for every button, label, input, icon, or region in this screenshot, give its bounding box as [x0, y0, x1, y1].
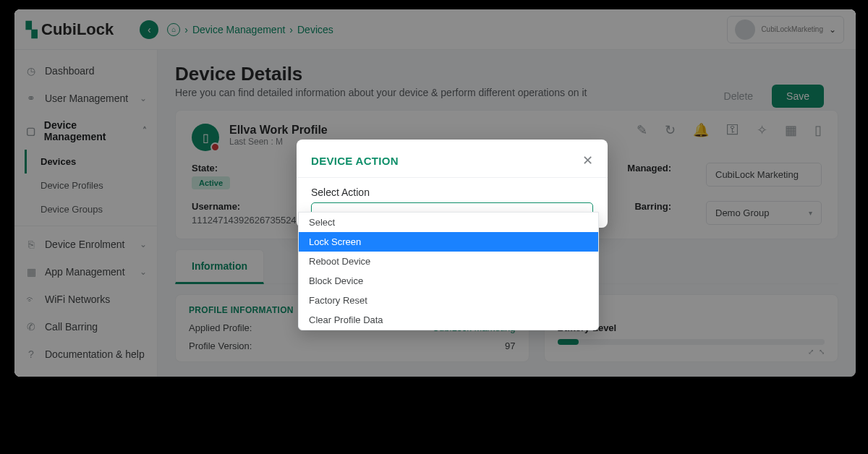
select-action-label: Select Action — [311, 187, 593, 198]
dropdown-option[interactable]: Reboot Device — [299, 252, 598, 271]
dropdown-option[interactable]: Select — [299, 213, 598, 232]
dropdown-option[interactable]: Lock Screen — [299, 232, 598, 252]
dropdown-option[interactable]: Clear Profile Data — [299, 310, 598, 330]
dropdown-option[interactable]: Factory Reset — [299, 291, 598, 310]
dropdown-option[interactable]: Block Device — [299, 271, 598, 291]
action-dropdown[interactable]: SelectLock ScreenReboot DeviceBlock Devi… — [298, 212, 599, 330]
modal-title: DEVICE ACTION — [311, 155, 399, 167]
close-icon[interactable]: ✕ — [582, 153, 593, 168]
